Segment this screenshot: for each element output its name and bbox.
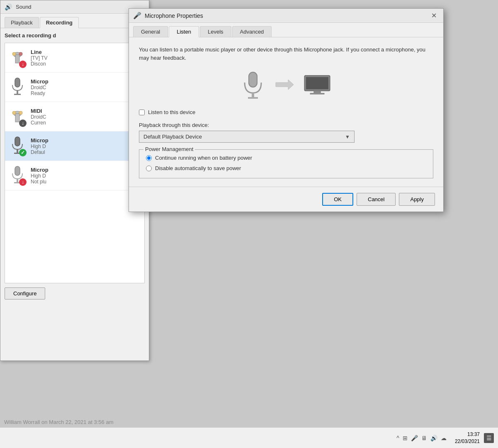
svg-rect-4 [15,78,20,87]
svg-rect-22 [306,77,328,90]
svg-rect-11 [15,137,20,146]
mic1-icon-wrap [9,76,27,98]
taskbar-chevron-icon: ^ [396,435,399,441]
tab-advanced[interactable]: Advanced [232,26,272,37]
midi-name: MIDI [31,108,140,114]
svg-rect-8 [15,114,19,122]
playback-dropdown[interactable]: Default Playback Device ▼ [139,131,355,143]
midi-device-info: MIDI DroidC Curren [31,108,140,126]
dialog-footer: OK Cancel Apply [129,187,443,212]
listen-checkbox[interactable] [139,110,145,115]
line-detail1: [TV] TV [31,55,140,61]
device-item-mic1[interactable]: Microp DroidC Ready [5,73,144,102]
listen-label: Listen to this device [148,109,195,115]
device-illustration [139,70,433,99]
mic2-name: Microp [31,137,140,144]
midi-detail1: DroidC [31,114,140,120]
power-management-group: Power Management Continue running when o… [139,149,433,178]
radio-disable[interactable] [146,166,152,171]
mic1-device-info: Microp DroidC Ready [31,78,140,96]
monitor-illustration-icon [303,72,332,97]
mic2-status: Defaul [31,149,140,155]
svg-rect-15 [17,179,18,182]
midi-status: Curren [31,120,140,126]
mic1-device-icon [9,76,26,97]
sound-tabs: Playback Recording [0,14,149,28]
playback-selected-value: Default Playback Device [143,134,202,140]
device-item-midi[interactable]: ↓ MIDI DroidC Curren [5,102,144,131]
tab-levels[interactable]: Levels [200,26,231,37]
taskbar-clock: 13:37 22/03/2021 [455,431,480,445]
cancel-button[interactable]: Cancel [357,193,396,206]
line-name: Line [31,49,140,55]
device-item-mic2[interactable]: ✓ Microp High D Defaul [5,131,144,161]
svg-point-3 [19,52,22,56]
tab-recording[interactable]: Recording [40,17,79,28]
taskbar-network-icon: 🖥 [421,435,427,441]
sound-titlebar: 🔊 Sound [0,0,149,14]
device-item-line[interactable]: ↓ Line [TV] TV Discon [5,43,144,73]
listen-description: You can listen to a portable music playe… [139,46,433,62]
radio-row-disable: Disable automatically to save power [146,165,426,171]
mic3-name: Microp [31,167,140,173]
svg-rect-23 [313,91,321,93]
configure-button[interactable]: Configure [5,287,45,299]
tab-listen[interactable]: Listen [169,26,199,37]
svg-rect-17 [249,72,257,87]
svg-point-2 [12,52,16,56]
svg-rect-14 [15,166,20,175]
dialog-close-button[interactable]: ✕ [428,10,439,21]
listen-checkbox-row: Listen to this device [139,109,433,115]
mic2-status-badge: ✓ [19,149,27,156]
taskbar-display-icon: ⊞ [403,435,408,441]
taskbar: ^ ⊞ 🎤 🖥 🔊 ☁ 13:37 22/03/2021 ☰ [0,427,498,448]
svg-rect-24 [310,93,325,95]
taskbar-notification-button[interactable]: ☰ [484,433,494,443]
radio-continue[interactable] [146,155,152,161]
mic3-status-badge: ↓ [19,178,27,186]
svg-point-9 [12,111,16,114]
line-device-info: Line [TV] TV Discon [31,49,140,67]
ok-button[interactable]: OK [322,193,353,206]
dialog-body: You can listen to a portable music playe… [129,37,443,187]
microphone-properties-dialog: 🎤 Microphone Properties ✕ General Listen… [129,8,444,212]
mic1-status: Ready [31,90,140,96]
svg-rect-12 [17,149,18,153]
mic1-detail1: DroidC [31,85,140,90]
taskbar-time: 13:37 [455,431,480,438]
taskbar-volume-icon: 🔊 [430,435,437,441]
playback-through-label: Playback through this device: [139,122,433,128]
midi-status-badge: ↓ [19,119,27,127]
dialog-tabs: General Listen Levels Advanced [129,23,443,37]
sound-content: Select a recording d ↓ Line [TV] TV Dis [0,28,149,304]
recording-heading: Select a recording d [5,32,145,39]
mic2-icon-wrap: ✓ [9,135,27,157]
mic3-icon-wrap: ↓ [9,164,27,187]
apply-button[interactable]: Apply [399,193,435,206]
svg-rect-19 [248,97,258,99]
arrow-illustration-icon [274,76,294,93]
svg-rect-18 [252,93,254,97]
tab-general[interactable]: General [133,26,168,37]
line-status: Discon [31,61,140,67]
mic-illustration-icon [240,70,265,99]
tab-playback[interactable]: Playback [5,17,39,28]
device-item-mic3[interactable]: ↓ Microp High D Not plu [5,161,144,190]
dialog-title-text: Microphone Properties [145,12,203,19]
taskbar-mic-icon: 🎤 [411,435,418,441]
svg-point-10 [19,111,22,114]
taskbar-icons: ^ ⊞ 🎤 🖥 🔊 ☁ [396,435,447,441]
mic3-device-info: Microp High D Not plu [31,167,140,185]
dialog-title-left: 🎤 Microphone Properties [133,12,203,19]
svg-rect-1 [15,55,19,63]
radio-continue-label: Continue running when on battery power [155,155,252,161]
taskbar-cloud-icon: ☁ [441,435,447,441]
watermark-text: William Worrall on March 22, 2021 at 3:5… [4,419,113,425]
radio-row-battery: Continue running when on battery power [146,155,426,161]
taskbar-right: ^ ⊞ 🎤 🖥 🔊 ☁ 13:37 22/03/2021 ☰ [396,431,494,445]
line-status-badge: ↓ [19,61,27,68]
dialog-titlebar: 🎤 Microphone Properties ✕ [129,9,443,23]
midi-icon-wrap: ↓ [9,105,27,128]
mic-title-icon: 🎤 [133,12,141,19]
svg-marker-20 [276,80,294,90]
